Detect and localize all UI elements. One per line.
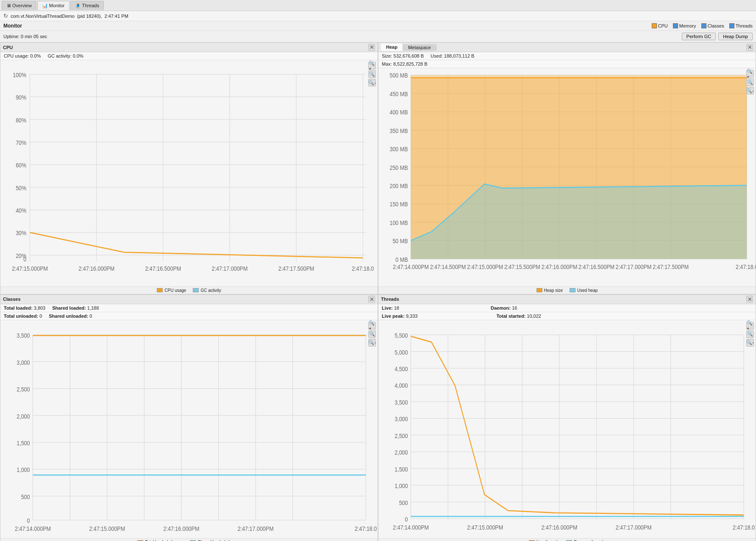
classes-zoom-reset[interactable]: 🔍: [368, 330, 376, 338]
svg-text:2,000: 2,000: [17, 412, 30, 420]
svg-text:70%: 70%: [16, 139, 26, 146]
classes-checkbox[interactable]: [701, 23, 706, 28]
svg-text:80%: 80%: [16, 117, 26, 124]
tab-overview[interactable]: 🖥 Overview: [2, 1, 36, 10]
check-memory[interactable]: Memory: [673, 23, 696, 28]
process-name: com.vt.NonVirtualThreadDemo: [11, 14, 75, 19]
monitor-icon: 📊: [42, 3, 48, 8]
cpu-chart-legend: CPU usage GC activity: [0, 286, 378, 294]
svg-text:4,000: 4,000: [395, 382, 408, 389]
tab-threads[interactable]: 🧵 Threads: [70, 1, 104, 10]
svg-text:2:47:17.000PM: 2:47:17.000PM: [238, 525, 274, 533]
threads-panel-close[interactable]: ✕: [746, 296, 753, 302]
heap-size-legend-label: Heap size: [544, 288, 563, 293]
threads-panel: Threads ✕ Live: 18 Daemon: 16 Live peak:…: [378, 294, 756, 541]
classes-zoom-out[interactable]: 🔍-: [368, 339, 376, 347]
heap-zoom-out[interactable]: 🔍-: [746, 87, 754, 94]
cpu-zoom-out[interactable]: 🔍-: [368, 79, 376, 86]
classes-zoom-controls: 🔍+ 🔍 🔍-: [368, 322, 376, 347]
svg-text:300 MB: 300 MB: [389, 146, 408, 153]
svg-text:0: 0: [405, 515, 408, 523]
classes-panel-close[interactable]: ✕: [368, 296, 375, 302]
overview-icon: 🖥: [6, 3, 11, 8]
tab-monitor-label: Monitor: [49, 3, 65, 8]
svg-text:2,500: 2,500: [395, 432, 408, 439]
svg-text:2:47:16.000PM: 2:47:16.000PM: [542, 264, 578, 270]
total-unloaded-stat: Total unloaded: 0: [4, 314, 42, 319]
svg-text:2:47:18.0: 2:47:18.0: [352, 265, 374, 272]
classes-zoom-in[interactable]: 🔍+: [368, 322, 376, 330]
svg-text:2:47:18.0: 2:47:18.0: [733, 523, 755, 531]
svg-text:100 MB: 100 MB: [389, 219, 408, 226]
heap-panel-close[interactable]: ✕: [746, 44, 753, 51]
svg-text:50 MB: 50 MB: [392, 238, 408, 244]
svg-text:450 MB: 450 MB: [389, 91, 408, 97]
svg-text:150 MB: 150 MB: [389, 201, 408, 208]
cpu-chart-area: 🔍+ 🔍 🔍-: [0, 60, 378, 286]
tab-heap[interactable]: Heap: [381, 44, 403, 51]
svg-text:2,000: 2,000: [395, 448, 408, 456]
svg-text:2:47:17.500PM: 2:47:17.500PM: [278, 265, 314, 272]
classes-label: Classes: [708, 23, 724, 28]
svg-text:2:47:14.000PM: 2:47:14.000PM: [393, 264, 429, 270]
heap-zoom-in[interactable]: 🔍+: [746, 70, 754, 78]
svg-text:2:47:14.000PM: 2:47:14.000PM: [15, 525, 51, 533]
svg-text:90%: 90%: [16, 94, 26, 101]
threads-zoom-reset[interactable]: 🔍: [746, 330, 754, 338]
svg-text:2,500: 2,500: [17, 385, 30, 393]
check-threads[interactable]: Threads: [729, 23, 753, 28]
svg-text:4,500: 4,500: [395, 365, 408, 372]
check-classes[interactable]: Classes: [701, 23, 724, 28]
tab-metaspace[interactable]: Metaspace: [403, 44, 436, 51]
cpu-checkbox[interactable]: [652, 23, 657, 28]
threads-checkbox[interactable]: [729, 23, 734, 28]
svg-text:2:47:14.500PM: 2:47:14.500PM: [430, 264, 466, 270]
tab-bar: 🖥 Overview 📊 Monitor 🧵 Threads: [0, 0, 756, 11]
monitor-header: Monitor CPU Memory Classes Threads: [0, 21, 756, 31]
threads-chart-legend: Live threads Daemon threads: [378, 538, 756, 541]
classes-chart-area: 🔍+ 🔍 🔍-: [0, 320, 378, 538]
heap-stats-row2: Max: 8,522,825,728 B: [378, 60, 756, 68]
svg-text:1,500: 1,500: [17, 439, 30, 447]
shared-unloaded-stat: Shared unloaded: 0: [49, 314, 92, 319]
memory-checkbox[interactable]: [673, 23, 678, 28]
cpu-zoom-reset[interactable]: 🔍: [368, 70, 376, 78]
heap-used-stat: Used: 188,073,112 B: [431, 53, 474, 58]
heap-dump-button[interactable]: Heap Dump: [718, 33, 753, 40]
used-heap-legend-label: Used heap: [577, 288, 598, 293]
svg-text:2:47:15.500PM: 2:47:15.500PM: [504, 264, 540, 270]
svg-text:100%: 100%: [13, 71, 26, 78]
svg-text:2:47:18.0: 2:47:18.0: [355, 525, 377, 533]
heap-zoom-reset[interactable]: 🔍: [746, 78, 754, 86]
svg-text:2:47:15.000PM: 2:47:15.000PM: [467, 523, 503, 531]
cpu-panel: CPU ✕ CPU usage: 0.0% GC activity: 0.0% …: [0, 42, 378, 294]
svg-text:2:47:16.000PM: 2:47:16.000PM: [541, 523, 577, 531]
heap-max-stat: Max: 8,522,825,728 B: [382, 61, 428, 67]
tab-monitor[interactable]: 📊 Monitor: [37, 1, 69, 10]
classes-panel-title: Classes: [3, 297, 21, 302]
svg-text:60%: 60%: [16, 161, 26, 169]
classes-chart-legend: Total loaded classes Shared loaded class…: [0, 538, 378, 541]
classes-stats-row1: Total loaded: 3,803 Shared loaded: 1,188: [0, 304, 378, 312]
svg-text:1,000: 1,000: [395, 482, 408, 489]
perform-gc-button[interactable]: Perform GC: [682, 33, 716, 40]
svg-text:2:47:15.000PM: 2:47:15.000PM: [12, 265, 48, 272]
threads-zoom-in[interactable]: 🔍+: [746, 322, 754, 330]
cpu-chart-svg: 100% 90% 80% 70% 60% 50% 40% 30% 20% 2:4…: [0, 60, 378, 286]
check-cpu[interactable]: CPU: [652, 23, 668, 28]
process-time: 2:47:41 PM: [105, 14, 128, 19]
svg-text:2:47:15.000PM: 2:47:15.000PM: [467, 264, 503, 270]
threads-stats-row2: Live peak: 9,333 Total started: 10,022: [378, 312, 756, 320]
svg-text:400 MB: 400 MB: [389, 109, 408, 116]
heap-size-swatch: [536, 288, 542, 292]
svg-text:2:47:14.000PM: 2:47:14.000PM: [393, 523, 429, 531]
svg-text:0 MB: 0 MB: [395, 256, 408, 263]
refresh-icon[interactable]: ↻: [3, 13, 8, 19]
svg-text:200 MB: 200 MB: [389, 183, 408, 189]
svg-text:2:47:16.000PM: 2:47:16.000PM: [78, 265, 114, 272]
cpu-panel-close[interactable]: ✕: [368, 44, 375, 51]
cpu-zoom-in[interactable]: 🔍+: [368, 62, 376, 69]
svg-text:350 MB: 350 MB: [389, 128, 408, 134]
heap-panel: Heap Metaspace ✕ Size: 532,676,608 B Use…: [378, 42, 756, 294]
threads-zoom-out[interactable]: 🔍-: [746, 339, 754, 347]
